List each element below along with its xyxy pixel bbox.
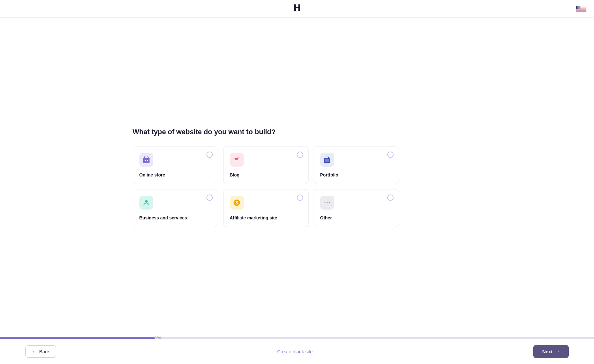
svg-point-16 — [578, 6, 578, 7]
icon-wrap-online-store — [139, 153, 153, 167]
svg-point-34 — [579, 8, 579, 8]
svg-rect-51 — [325, 159, 329, 162]
svg-point-32 — [577, 8, 578, 8]
card-portfolio[interactable]: Portfolio — [314, 146, 399, 184]
card-label-business: Business and services — [139, 215, 187, 220]
header — [0, 0, 594, 18]
back-label: Back — [39, 349, 50, 354]
website-type-grid: Online store Blog Portfolio Business and… — [133, 146, 399, 227]
card-label-portfolio: Portfolio — [320, 172, 339, 177]
svg-point-26 — [577, 7, 577, 8]
radio-business — [206, 194, 213, 201]
svg-point-25 — [580, 7, 580, 7]
progress-bar-background — [0, 337, 594, 339]
svg-rect-6 — [576, 10, 586, 10]
svg-point-30 — [579, 7, 580, 8]
svg-point-10 — [577, 6, 578, 6]
svg-rect-7 — [576, 11, 586, 11]
svg-point-12 — [579, 6, 579, 6]
svg-point-21 — [577, 7, 578, 7]
svg-point-9 — [577, 6, 577, 6]
svg-rect-50 — [326, 157, 328, 158]
svg-point-41 — [579, 8, 580, 9]
svg-point-14 — [580, 6, 580, 6]
radio-portfolio — [387, 152, 394, 158]
radio-affiliate — [297, 194, 303, 201]
logo — [291, 2, 303, 15]
card-online-store[interactable]: Online store — [133, 146, 218, 184]
card-label-blog: Blog — [230, 172, 240, 177]
svg-point-39 — [578, 8, 579, 9]
next-label: Next — [542, 349, 553, 354]
svg-point-19 — [579, 6, 580, 7]
svg-rect-5 — [576, 9, 586, 9]
svg-text:$: $ — [236, 200, 238, 205]
icon-wrap-portfolio — [320, 153, 334, 167]
svg-point-55 — [324, 202, 325, 203]
card-label-online-store: Online store — [139, 172, 165, 177]
svg-point-31 — [577, 8, 577, 8]
icon-wrap-affiliate: $ — [230, 196, 244, 210]
svg-point-52 — [145, 200, 148, 203]
back-button[interactable]: ← Back — [25, 345, 56, 358]
card-business[interactable]: Business and services — [133, 189, 218, 227]
radio-online-store — [206, 152, 213, 158]
svg-point-38 — [578, 8, 578, 9]
radio-blog — [297, 152, 303, 158]
svg-point-24 — [579, 7, 579, 7]
svg-point-43 — [145, 160, 146, 161]
svg-point-11 — [578, 6, 578, 6]
icon-wrap-other — [320, 196, 334, 210]
card-label-affiliate: Affiliate marketing site — [230, 215, 277, 220]
create-blank-label: Create blank site — [277, 349, 313, 354]
card-label-other: Other — [320, 215, 332, 220]
svg-point-13 — [579, 6, 579, 6]
svg-point-23 — [579, 7, 579, 7]
progress-section: 26% — [0, 337, 594, 339]
svg-point-18 — [579, 6, 579, 7]
arrow-left-icon: ← — [32, 349, 37, 354]
svg-point-37 — [577, 8, 577, 9]
card-affiliate[interactable]: $ Affiliate marketing site — [223, 189, 309, 227]
svg-point-40 — [579, 8, 579, 9]
svg-point-22 — [578, 7, 578, 7]
svg-point-33 — [578, 8, 578, 8]
svg-point-29 — [579, 7, 579, 8]
svg-point-56 — [327, 202, 328, 203]
svg-point-35 — [579, 8, 579, 8]
progress-label: 26% — [155, 336, 162, 340]
icon-wrap-blog — [230, 153, 244, 167]
radio-other — [387, 194, 394, 201]
next-button[interactable]: Next → — [533, 345, 569, 358]
svg-point-17 — [578, 6, 579, 7]
create-blank-button[interactable]: Create blank site — [277, 349, 313, 354]
card-blog[interactable]: Blog — [223, 146, 309, 184]
arrow-right-icon: → — [555, 349, 560, 354]
svg-point-57 — [329, 202, 330, 203]
icon-wrap-business — [139, 196, 153, 210]
footer: ← Back Create blank site Next → — [0, 339, 594, 364]
svg-point-15 — [577, 6, 577, 7]
svg-point-28 — [578, 7, 579, 8]
main-content: What type of website do you want to buil… — [107, 18, 487, 337]
svg-point-44 — [147, 160, 148, 161]
card-other[interactable]: Other — [314, 189, 399, 227]
progress-bar-fill — [0, 337, 155, 339]
svg-point-20 — [577, 7, 577, 7]
svg-point-36 — [580, 8, 580, 8]
question-title: What type of website do you want to buil… — [133, 128, 276, 136]
language-flag[interactable] — [576, 6, 586, 12]
svg-point-27 — [578, 7, 578, 8]
